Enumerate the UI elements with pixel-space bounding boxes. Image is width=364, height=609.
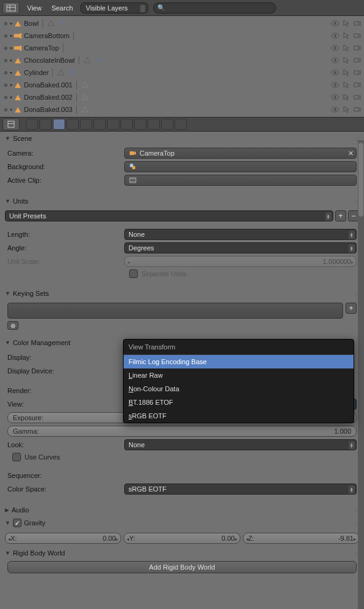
visibility-icon[interactable] xyxy=(331,19,339,28)
use-curves-checkbox[interactable] xyxy=(12,453,21,461)
selectable-icon[interactable] xyxy=(342,68,350,77)
tab-scene[interactable] xyxy=(53,119,65,130)
decrement-icon[interactable]: ◂ xyxy=(6,534,12,544)
scrollbar-thumb[interactable] xyxy=(358,143,363,217)
add-preset-button[interactable]: + xyxy=(335,210,346,221)
popup-item-srgb[interactable]: sRGB EOTF xyxy=(124,409,354,423)
unit-scale-field[interactable]: ◂ 1.000000 ▸ xyxy=(124,256,357,267)
outliner-item[interactable]: ⊕ ▾ DonaBaked.001 xyxy=(2,79,362,91)
unit-presets-dropdown[interactable]: Unit Presets ▴▾ xyxy=(5,210,333,221)
expand-icon[interactable]: ⊕ xyxy=(2,33,9,39)
tab-render[interactable] xyxy=(26,119,38,130)
render-visibility-icon[interactable] xyxy=(353,31,362,40)
outliner-item[interactable]: ⊕ ▾ Bowl xyxy=(2,17,362,30)
render-visibility-icon[interactable] xyxy=(353,68,362,77)
tab-object[interactable] xyxy=(80,119,92,130)
modifier-icon[interactable] xyxy=(95,56,104,65)
increment-icon[interactable]: ▸ xyxy=(349,257,355,267)
mesh-data-icon[interactable] xyxy=(47,19,55,28)
decrement-icon[interactable]: ◂ xyxy=(244,534,250,544)
render-visibility-icon[interactable] xyxy=(353,44,362,52)
outliner-item[interactable]: ⊕ ▾ DonaBaked.002 xyxy=(2,91,362,103)
popup-item-filmic[interactable]: Filmic Log Encoding Base xyxy=(124,355,354,368)
camera-data-icon[interactable] xyxy=(67,44,76,52)
tab-world[interactable] xyxy=(66,119,79,130)
active-clip-field[interactable] xyxy=(124,175,357,186)
tab-texture[interactable] xyxy=(148,119,160,130)
render-visibility-icon[interactable] xyxy=(353,19,362,28)
gravity-x-field[interactable]: ◂ X: 0.00 ▸ xyxy=(5,533,121,544)
selectable-icon[interactable] xyxy=(342,31,350,40)
visibility-icon[interactable] xyxy=(331,44,339,52)
gamma-slider[interactable]: Gamma: 1.000 xyxy=(7,426,357,437)
separate-units-checkbox[interactable] xyxy=(129,269,138,278)
expand-icon[interactable]: ⊕ xyxy=(2,70,9,76)
expand-icon[interactable]: ⊕ xyxy=(2,82,9,88)
decrement-icon[interactable]: ◂ xyxy=(125,534,131,544)
outliner-item[interactable]: ⊕ ▾ Cylinder xyxy=(2,66,362,79)
scrollbar[interactable] xyxy=(358,140,364,609)
keying-sets-list[interactable] xyxy=(7,303,343,319)
visibility-icon[interactable] xyxy=(331,68,339,77)
add-rigid-body-world-button[interactable]: Add Rigid Body World xyxy=(7,561,357,573)
increment-icon[interactable]: ▸ xyxy=(114,534,120,544)
search-input[interactable]: 🔍 xyxy=(153,2,276,14)
camera-data-icon[interactable] xyxy=(77,31,86,40)
panel-header-units[interactable]: ▼ Units :::: xyxy=(2,196,362,207)
expand-icon[interactable]: ⊕ xyxy=(2,57,9,63)
editor-type-icon[interactable] xyxy=(2,118,20,130)
tab-material[interactable] xyxy=(134,119,146,130)
expand-icon[interactable]: ⊕ xyxy=(2,94,9,100)
mesh-data-icon[interactable] xyxy=(83,56,92,65)
list-expand-button[interactable]: ⊕ xyxy=(7,321,18,330)
gravity-enabled-checkbox[interactable] xyxy=(13,519,22,527)
visibility-icon[interactable] xyxy=(331,105,339,114)
menu-view[interactable]: View xyxy=(25,4,44,12)
selectable-icon[interactable] xyxy=(342,44,350,52)
gravity-y-field[interactable]: ◂ Y: 0.00 ▸ xyxy=(124,533,240,544)
render-visibility-icon[interactable] xyxy=(353,105,362,114)
visibility-icon[interactable] xyxy=(331,93,339,102)
popup-item-bt1886[interactable]: BT.1886 ETOF xyxy=(124,396,354,409)
background-field[interactable] xyxy=(124,161,357,172)
mesh-data-icon[interactable] xyxy=(57,68,65,77)
look-dropdown[interactable]: None▴▾ xyxy=(124,439,357,450)
modifier-icon[interactable] xyxy=(69,68,77,77)
clear-icon[interactable]: ✕ xyxy=(348,149,354,157)
increment-icon[interactable]: ▸ xyxy=(352,534,358,544)
selectable-icon[interactable] xyxy=(342,81,350,89)
selectable-icon[interactable] xyxy=(342,105,350,114)
visibility-icon[interactable] xyxy=(331,31,339,40)
length-dropdown[interactable]: None▴▾ xyxy=(124,229,357,240)
visibility-icon[interactable] xyxy=(331,81,339,89)
outliner-item[interactable]: ⊕ ▾ CameraBottom xyxy=(2,30,362,42)
visible-layers-dropdown[interactable]: Visible Layers xyxy=(81,2,148,14)
panel-header-rigid-body[interactable]: ▼ Rigid Body World :::: xyxy=(2,547,362,559)
tab-constraints[interactable] xyxy=(93,119,106,130)
mesh-data-icon[interactable] xyxy=(81,81,89,89)
angle-dropdown[interactable]: Degrees▴▾ xyxy=(124,242,357,253)
tab-modifiers[interactable] xyxy=(107,119,119,130)
outliner-item[interactable]: ⊕ ▾ ChocolateInBowl xyxy=(2,54,362,66)
outliner-item[interactable]: ⊕ ▾ DonaBaked.003 xyxy=(2,103,362,116)
tab-render-layers[interactable] xyxy=(39,119,52,130)
panel-header-audio[interactable]: ▶ Audio :::: xyxy=(2,504,362,515)
render-visibility-icon[interactable] xyxy=(353,56,362,65)
editor-type-icon[interactable] xyxy=(2,2,20,14)
render-visibility-icon[interactable] xyxy=(353,93,362,102)
panel-header-gravity[interactable]: ▼ Gravity :::: xyxy=(2,517,362,529)
mesh-data-icon[interactable] xyxy=(81,93,89,102)
increment-icon[interactable]: ▸ xyxy=(233,534,239,544)
selectable-icon[interactable] xyxy=(342,93,350,102)
expand-icon[interactable]: ⊕ xyxy=(2,20,9,26)
gravity-z-field[interactable]: ◂ Z: -9.81 ▸ xyxy=(243,533,359,544)
popup-item-noncolour[interactable]: Non-Colour Data xyxy=(124,382,354,396)
visibility-icon[interactable] xyxy=(331,56,339,65)
popup-item-linear[interactable]: Linear Raw xyxy=(124,368,354,382)
add-keying-set-button[interactable]: + xyxy=(346,303,357,314)
selectable-icon[interactable] xyxy=(342,56,350,65)
outliner-item[interactable]: ⊕ ▾ CameraTop xyxy=(2,42,362,54)
tab-physics[interactable] xyxy=(175,119,187,130)
panel-header-keying[interactable]: ▼ Keying Sets :::: xyxy=(2,288,362,299)
expand-icon[interactable]: ⊕ xyxy=(2,106,9,113)
